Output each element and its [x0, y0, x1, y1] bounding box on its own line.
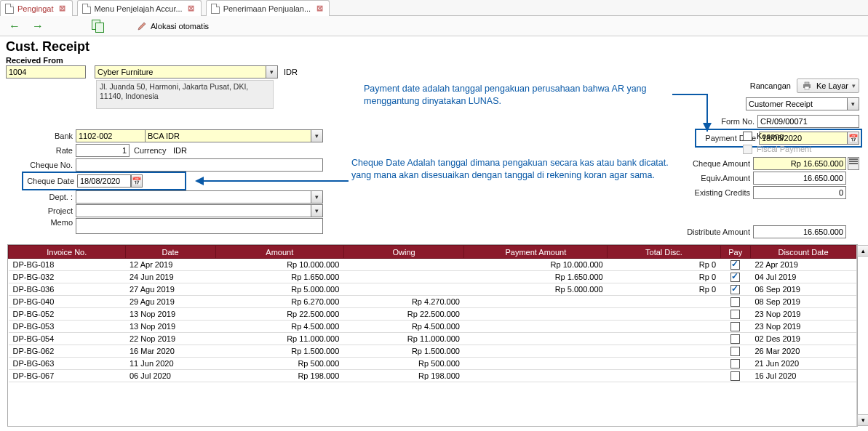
- col-header[interactable]: Date: [125, 246, 215, 259]
- distribute-amount-input[interactable]: 16.650.000: [753, 225, 846, 238]
- cheque-amount-input[interactable]: Rp 16.650.000: [753, 157, 846, 170]
- equiv-amount-input[interactable]: 16.650.000: [753, 172, 846, 185]
- table-row[interactable]: DP-BG-06706 Jul 2020Rp 198.000Rp 198.000…: [9, 370, 856, 382]
- arrow-icon: [192, 174, 352, 188]
- form-no-input[interactable]: CR/09/00071: [757, 115, 859, 128]
- cell-disc: Rp 0: [608, 283, 720, 296]
- dropdown-icon[interactable]: ▾: [311, 204, 323, 217]
- cell-owing: [343, 283, 464, 296]
- pay-checkbox[interactable]: [730, 322, 740, 331]
- col-header[interactable]: Owing: [343, 246, 464, 259]
- scroll-down-icon[interactable]: ▾: [857, 414, 868, 426]
- col-header[interactable]: Pay: [720, 246, 750, 259]
- forward-button[interactable]: →: [31, 20, 45, 33]
- cell-owing: Rp 500.000: [343, 358, 464, 370]
- bank-code-input[interactable]: 1102-002: [76, 129, 146, 142]
- calculator-icon[interactable]: [848, 157, 859, 170]
- cell-inv: DP-BG-053: [9, 321, 126, 333]
- col-header[interactable]: Payment Amount: [464, 246, 608, 259]
- col-header[interactable]: Invoice No.: [9, 246, 126, 259]
- back-button[interactable]: ←: [7, 20, 22, 33]
- cell-pay_amt: [464, 308, 608, 321]
- col-header[interactable]: Discount Date: [750, 246, 856, 259]
- pay-checkbox[interactable]: [730, 285, 740, 294]
- arrow-icon: [671, 93, 712, 137]
- table-row[interactable]: DP-BG-03224 Jun 2019Rp 1.650.000Rp 1.650…: [9, 271, 856, 283]
- cell-inv: DP-BG-052: [9, 308, 126, 321]
- pay-checkbox[interactable]: [730, 371, 740, 381]
- toolbar: ← → Alokasi otomatis: [0, 16, 868, 36]
- rate-input[interactable]: 1: [76, 144, 130, 157]
- cell-pay_amt: Rp 5.000.000: [464, 283, 608, 296]
- table-row[interactable]: DP-BG-04029 Agu 2019Rp 6.270.000Rp 4.270…: [9, 296, 856, 308]
- tab-penerimaan-penjualan[interactable]: Penerimaan Penjualan... ⊠: [206, 0, 330, 16]
- cell-inv: DP-BG-032: [9, 271, 126, 283]
- pay-checkbox[interactable]: [730, 260, 740, 270]
- cell-inv: DP-BG-063: [9, 358, 126, 370]
- printer-icon: [802, 81, 812, 90]
- customer-name-select[interactable]: Cyber Furniture: [95, 65, 266, 78]
- customer-code-input[interactable]: 1004: [6, 65, 86, 78]
- dropdown-icon[interactable]: ▾: [848, 97, 859, 110]
- close-icon[interactable]: ⊠: [314, 4, 324, 13]
- table-row[interactable]: DP-BG-06216 Mar 2020Rp 1.500.000Rp 1.500…: [9, 345, 856, 358]
- pay-checkbox[interactable]: [730, 297, 740, 307]
- cell-amount: Rp 10.000.000: [215, 259, 343, 271]
- alokasi-otomatis-button[interactable]: Alokasi otomatis: [137, 21, 209, 31]
- close-icon[interactable]: ⊠: [186, 4, 196, 13]
- tab-menu-penjelajah[interactable]: Menu Penjelajah Accur... ⊠: [77, 0, 202, 16]
- cheque-no-label: Cheque No.: [6, 161, 76, 169]
- template-select[interactable]: Customer Receipt: [746, 97, 848, 110]
- document-icon: [5, 4, 14, 14]
- memo-input[interactable]: [76, 218, 323, 234]
- calendar-icon[interactable]: 📅: [131, 174, 143, 188]
- ke-layar-label: Ke Layar: [816, 81, 848, 90]
- pencil-icon: [137, 21, 147, 31]
- cheque-date-input[interactable]: 18/08/2020: [77, 174, 131, 188]
- tab-bar: Pengingat ⊠ Menu Penjelajah Accur... ⊠ P…: [0, 0, 868, 16]
- annotation-payment-date: Payment date adalah tanggal pengakuan pe…: [364, 83, 677, 108]
- cheque-amount-label: Cheque Amount: [688, 159, 753, 168]
- dropdown-icon[interactable]: ▾: [311, 190, 323, 204]
- cheque-no-input[interactable]: [76, 158, 323, 172]
- pay-checkbox[interactable]: [730, 347, 740, 356]
- cell-amount: Rp 1.650.000: [215, 271, 343, 283]
- ke-layar-button[interactable]: Ke Layar: [797, 78, 859, 93]
- cell-owing: Rp 198.000: [343, 370, 464, 382]
- cell-pay_amt: [464, 370, 608, 382]
- dropdown-icon[interactable]: ▾: [266, 65, 278, 78]
- rancangan-label: Rancangan: [750, 81, 791, 90]
- scroll-up-icon[interactable]: ▴: [857, 245, 868, 257]
- scrollbar[interactable]: ▴ ▾: [856, 245, 857, 426]
- cell-owing: Rp 1.500.000: [343, 345, 464, 358]
- tab-pengingat[interactable]: Pengingat ⊠: [0, 0, 73, 16]
- pay-checkbox[interactable]: [730, 334, 740, 344]
- table-row[interactable]: DP-BG-05422 Nop 2019Rp 11.000.000Rp 11.0…: [9, 333, 856, 345]
- kosong-checkbox[interactable]: [743, 132, 752, 141]
- existing-credits-input: 0: [753, 186, 846, 199]
- pay-checkbox[interactable]: [730, 273, 740, 282]
- cell-inv: DP-BG-062: [9, 345, 126, 358]
- cell-date: 11 Jun 2020: [125, 358, 215, 370]
- pay-checkbox[interactable]: [730, 359, 740, 368]
- tab-label: Penerimaan Penjualan...: [223, 4, 311, 13]
- cell-disc: [608, 296, 720, 308]
- col-header[interactable]: Amount: [215, 246, 343, 259]
- table-row[interactable]: DP-BG-01812 Apr 2019Rp 10.000.000Rp 10.0…: [9, 259, 856, 271]
- pay-checkbox[interactable]: [730, 310, 740, 319]
- dept-select[interactable]: [76, 190, 311, 204]
- table-row[interactable]: DP-BG-05213 Nop 2019Rp 22.500.000Rp 22.5…: [9, 308, 856, 321]
- col-header[interactable]: Total Disc.: [608, 246, 720, 259]
- table-row[interactable]: DP-BG-03627 Agu 2019Rp 5.000.000Rp 5.000…: [9, 283, 856, 296]
- bank-name-select[interactable]: BCA IDR: [146, 129, 311, 142]
- copy-icon[interactable]: [92, 20, 105, 33]
- cell-disc_date: 04 Jul 2019: [750, 271, 856, 283]
- right-top-controls: Rancangan Ke Layar: [750, 78, 859, 93]
- cell-inv: DP-BG-067: [9, 370, 126, 382]
- received-from-label: Received From: [6, 56, 862, 65]
- close-icon[interactable]: ⊠: [57, 4, 68, 13]
- table-row[interactable]: DP-BG-05313 Nop 2019Rp 4.500.000Rp 4.500…: [9, 321, 856, 333]
- project-select[interactable]: [76, 204, 311, 217]
- table-row[interactable]: DP-BG-06311 Jun 2020Rp 500.000Rp 500.000…: [9, 358, 856, 370]
- dropdown-icon[interactable]: ▾: [311, 129, 323, 142]
